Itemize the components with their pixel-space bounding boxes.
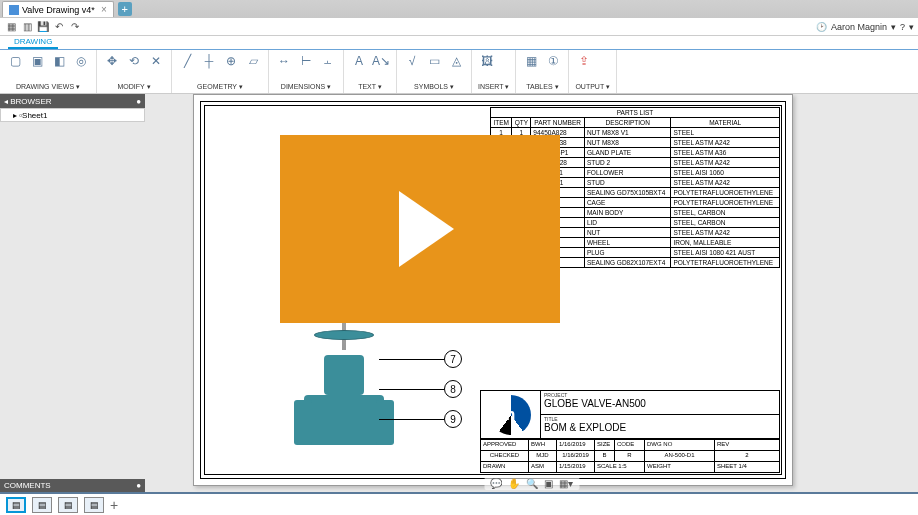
ribbon-group-label: TEXT ▾ <box>350 83 390 91</box>
sheet-thumb-2[interactable]: ▤ <box>32 497 52 513</box>
user-name[interactable]: Aaron Magnin <box>831 22 887 32</box>
leader-text-icon[interactable]: A↘ <box>372 52 390 70</box>
balloon-9[interactable]: 9 <box>444 410 462 428</box>
sheet-thumb-3[interactable]: ▤ <box>58 497 78 513</box>
surface-icon[interactable]: √ <box>403 52 421 70</box>
base-view-icon[interactable]: ▢ <box>6 52 24 70</box>
history-icon[interactable]: 🕑 <box>816 22 827 32</box>
table-icon[interactable]: ▦ <box>522 52 540 70</box>
canvas-nav-toolbar[interactable]: 💬 ✋ 🔍 ▣ ▦▾ <box>484 477 579 490</box>
browser-header[interactable]: ◂ BROWSER● <box>0 94 145 108</box>
delete-icon[interactable]: ✕ <box>147 52 165 70</box>
redo-icon[interactable]: ↷ <box>68 20 82 34</box>
ribbon-group-insert: 🖼 INSERT ▾ <box>472 50 516 93</box>
projected-view-icon[interactable]: ▣ <box>28 52 46 70</box>
sheet-thumb-4[interactable]: ▤ <box>84 497 104 513</box>
ribbon-group-label: TABLES ▾ <box>522 83 562 91</box>
datum-icon[interactable]: ◬ <box>447 52 465 70</box>
centermark-icon[interactable]: ⊕ <box>222 52 240 70</box>
ribbon-group-label: OUTPUT ▾ <box>575 83 610 91</box>
save-icon[interactable]: 💾 <box>36 20 50 34</box>
zoom-icon[interactable]: 🔍 <box>526 478 538 489</box>
detail-view-icon[interactable]: ◎ <box>72 52 90 70</box>
ribbon-group-geometry: ╱ ┼ ⊕ ▱ GEOMETRY ▾ <box>172 50 269 93</box>
ordinate-icon[interactable]: ⊢ <box>297 52 315 70</box>
data-panel-icon[interactable]: ▥ <box>20 20 34 34</box>
ribbon-tabstrip: DRAWING <box>0 36 918 50</box>
document-tab[interactable]: Valve Drawing v4* × <box>2 1 114 17</box>
balloon-8[interactable]: 8 <box>444 380 462 398</box>
ribbon-group-label: INSERT ▾ <box>478 83 509 91</box>
document-icon <box>9 5 19 15</box>
centerline-icon[interactable]: ┼ <box>200 52 218 70</box>
image-icon[interactable]: 🖼 <box>478 52 496 70</box>
company-logo <box>481 391 541 438</box>
move-icon[interactable]: ✥ <box>103 52 121 70</box>
grid-icon[interactable]: ▦▾ <box>559 478 573 489</box>
rotate-icon[interactable]: ⟲ <box>125 52 143 70</box>
output-icon[interactable]: ⇪ <box>575 52 593 70</box>
ribbon-group-text: A A↘ TEXT ▾ <box>344 50 397 93</box>
play-icon <box>399 191 454 267</box>
browser-panel: ◂ BROWSER● ▸ ▫ Sheet1 <box>0 94 145 122</box>
new-tab-button[interactable]: + <box>118 2 132 16</box>
add-sheet-button[interactable]: + <box>110 497 118 513</box>
balloon-icon[interactable]: ① <box>544 52 562 70</box>
ribbon-group-tables: ▦ ① TABLES ▾ <box>516 50 569 93</box>
ribbon-tab-drawing[interactable]: DRAWING <box>8 36 58 49</box>
baseline-icon[interactable]: ⫠ <box>319 52 337 70</box>
title-block: PROJECTGLOBE VALVE-AN500 TITLEBOM & EXPL… <box>480 390 780 473</box>
ribbon-group-drawing-views: ▢ ▣ ◧ ◎ DRAWING VIEWS ▾ <box>0 50 97 93</box>
ribbon-group-symbols: √ ▭ ◬ SYMBOLS ▾ <box>397 50 472 93</box>
dimension-icon[interactable]: ↔ <box>275 52 293 70</box>
ribbon-group-dimensions: ↔ ⊢ ⫠ DIMENSIONS ▾ <box>269 50 344 93</box>
tab-title: Valve Drawing v4* <box>22 5 95 15</box>
ribbon-group-label: MODIFY ▾ <box>103 83 165 91</box>
text-icon[interactable]: A <box>350 52 368 70</box>
comments-header[interactable]: COMMENTS● <box>0 479 145 492</box>
ribbon-group-modify: ✥ ⟲ ✕ MODIFY ▾ <box>97 50 172 93</box>
section-view-icon[interactable]: ◧ <box>50 52 68 70</box>
document-tab-bar: Valve Drawing v4* × + <box>0 0 918 18</box>
fcf-icon[interactable]: ▭ <box>425 52 443 70</box>
browser-item-sheet1[interactable]: ▸ ▫ Sheet1 <box>0 108 145 122</box>
comment-tool-icon[interactable]: 💬 <box>490 478 502 489</box>
app-menu-icon[interactable]: ▦ <box>4 20 18 34</box>
ribbon-group-label: SYMBOLS ▾ <box>403 83 465 91</box>
close-icon[interactable]: × <box>101 4 107 15</box>
help-icon[interactable]: ? <box>900 22 905 32</box>
sheet-thumb-1[interactable]: ▤ <box>6 497 26 513</box>
line-icon[interactable]: ╱ <box>178 52 196 70</box>
ribbon-group-label: DIMENSIONS ▾ <box>275 83 337 91</box>
ribbon-group-output: ⇪ OUTPUT ▾ <box>569 50 617 93</box>
balloon-7[interactable]: 7 <box>444 350 462 368</box>
edge-icon[interactable]: ▱ <box>244 52 262 70</box>
quick-access-bar: ▦ ▥ 💾 ↶ ↷ 🕑 Aaron Magnin▾ ?▾ <box>0 18 918 36</box>
ribbon-group-label: DRAWING VIEWS ▾ <box>6 83 90 91</box>
sheet-thumbnails-bar: ▤ ▤ ▤ ▤ + <box>0 492 918 515</box>
ribbon: ▢ ▣ ◧ ◎ DRAWING VIEWS ▾ ✥ ⟲ ✕ MODIFY ▾ ╱… <box>0 50 918 94</box>
pan-icon[interactable]: ✋ <box>508 478 520 489</box>
undo-icon[interactable]: ↶ <box>52 20 66 34</box>
fit-icon[interactable]: ▣ <box>544 478 553 489</box>
video-play-overlay[interactable] <box>280 135 560 323</box>
ribbon-group-label: GEOMETRY ▾ <box>178 83 262 91</box>
